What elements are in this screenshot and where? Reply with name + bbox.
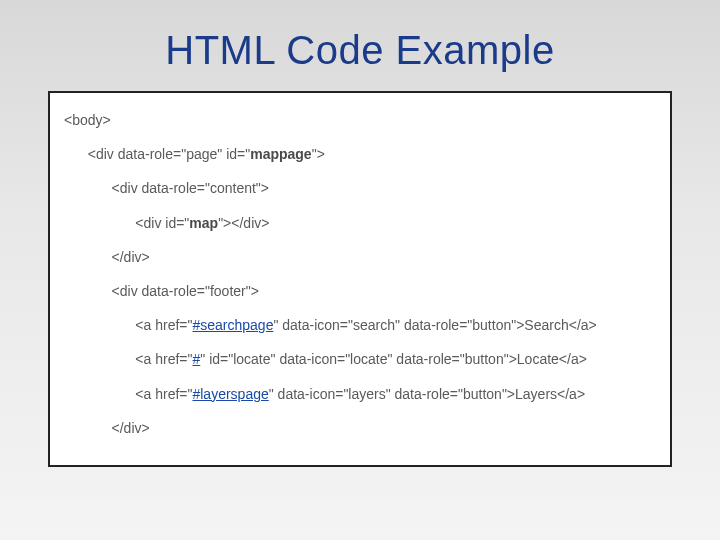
code-text: <a href=" bbox=[112, 386, 192, 402]
slide: HTML Code Example <body> <div data-role=… bbox=[0, 0, 720, 540]
code-line: <div id="map"></div> bbox=[56, 206, 664, 240]
code-text: "></div> bbox=[218, 215, 269, 231]
code-bold: map bbox=[189, 215, 218, 231]
code-line: <a href="#layerspage" data-icon="layers"… bbox=[56, 377, 664, 411]
code-text: <a href=" bbox=[112, 351, 192, 367]
code-text: <div id=" bbox=[112, 215, 189, 231]
code-text: <a href=" bbox=[112, 317, 192, 333]
code-bold: mappage bbox=[250, 146, 311, 162]
code-line: <a href="#" id="locate" data-icon="locat… bbox=[56, 342, 664, 376]
code-line: <a href="#searchpage" data-icon="search"… bbox=[56, 308, 664, 342]
code-line: <div data-role="content"> bbox=[56, 171, 664, 205]
code-link: #searchpage bbox=[192, 317, 273, 333]
code-line: <body> bbox=[56, 103, 664, 137]
code-link: #layerspage bbox=[192, 386, 268, 402]
code-text: " id="locate" data-icon="locate" data-ro… bbox=[200, 351, 587, 367]
code-text: " data-icon="search" data-role="button">… bbox=[273, 317, 596, 333]
slide-title: HTML Code Example bbox=[48, 28, 672, 73]
code-text: " data-icon="layers" data-role="button">… bbox=[269, 386, 585, 402]
code-line: </div> bbox=[56, 411, 664, 445]
code-text: <div data-role="page" id=" bbox=[80, 146, 250, 162]
code-line: <div data-role="page" id="mappage"> bbox=[56, 137, 664, 171]
code-text: "> bbox=[312, 146, 325, 162]
code-line: </div> bbox=[56, 240, 664, 274]
code-example-box: <body> <div data-role="page" id="mappage… bbox=[48, 91, 672, 467]
code-line: <div data-role="footer"> bbox=[56, 274, 664, 308]
